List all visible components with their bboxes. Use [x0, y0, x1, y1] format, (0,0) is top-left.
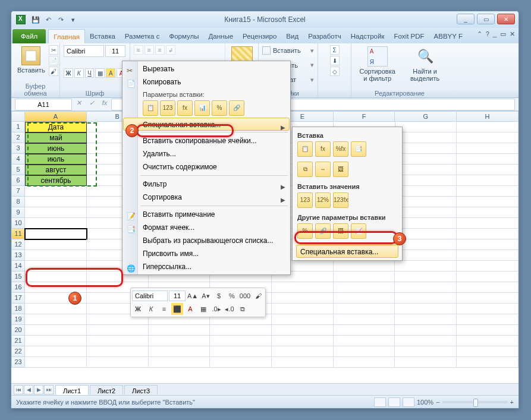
- cell[interactable]: [457, 229, 519, 239]
- cell[interactable]: [395, 186, 457, 197]
- mini-grow-font[interactable]: A▲: [187, 290, 199, 302]
- cell[interactable]: [457, 154, 519, 165]
- insert-cells-button[interactable]: Вставить▾: [262, 45, 314, 56]
- mini-font-color[interactable]: A: [184, 303, 196, 315]
- row-header[interactable]: 15: [11, 271, 25, 282]
- ctx-comment[interactable]: 📝Вставить примечание: [124, 208, 289, 221]
- cell[interactable]: [87, 336, 149, 346]
- cell[interactable]: [334, 314, 395, 325]
- row-header[interactable]: 23: [11, 357, 25, 368]
- cell[interactable]: [272, 293, 334, 304]
- cell[interactable]: [395, 175, 457, 186]
- sheet-nav-first[interactable]: ⏮: [14, 385, 23, 394]
- tab-data[interactable]: Данные: [204, 29, 238, 43]
- cell[interactable]: [25, 207, 87, 218]
- cell[interactable]: [25, 282, 87, 293]
- mini-italic[interactable]: К: [145, 303, 157, 315]
- paste-opt-formulas[interactable]: fx: [177, 100, 193, 116]
- view-normal-button[interactable]: [374, 397, 386, 407]
- cell[interactable]: [395, 207, 457, 218]
- sub-paste-formulas[interactable]: fx: [315, 141, 331, 157]
- cell[interactable]: [272, 282, 334, 293]
- mini-currency[interactable]: $: [213, 290, 225, 302]
- column-header[interactable]: F: [334, 111, 395, 122]
- cell[interactable]: [457, 122, 519, 132]
- cell[interactable]: [210, 336, 272, 346]
- cell[interactable]: [395, 261, 457, 271]
- fill-button[interactable]: ⬇: [330, 56, 340, 65]
- sub-paste-formulas-fmt[interactable]: %fx: [333, 141, 348, 157]
- ribbon-minimize-icon[interactable]: ⌃: [477, 30, 482, 38]
- cell[interactable]: [457, 325, 519, 336]
- cell[interactable]: май: [25, 132, 87, 143]
- tab-view[interactable]: Вид: [281, 29, 303, 43]
- mini-percent[interactable]: %: [226, 290, 238, 302]
- ctx-define-name[interactable]: Присвоить имя...: [124, 247, 289, 260]
- ctx-clear[interactable]: Очистить содержимое: [124, 160, 289, 173]
- sub-other-picture[interactable]: 🖼: [333, 223, 348, 239]
- italic-button[interactable]: К: [74, 68, 84, 78]
- align-top-button[interactable]: ≡: [134, 45, 143, 55]
- cell[interactable]: [395, 250, 457, 261]
- cell[interactable]: июль: [25, 154, 87, 165]
- row-header[interactable]: 5: [11, 165, 25, 175]
- minimize-button[interactable]: _: [457, 14, 475, 24]
- clear-button[interactable]: ◇: [330, 67, 340, 76]
- align-mid-button[interactable]: ≡: [144, 45, 154, 55]
- sheet-tab-2[interactable]: Лист2: [90, 385, 123, 396]
- border-button[interactable]: ▦: [95, 68, 105, 78]
- sub-other-formatting[interactable]: %: [297, 223, 313, 239]
- cell[interactable]: [395, 154, 457, 165]
- fill-color-button[interactable]: A: [106, 68, 115, 78]
- cell[interactable]: [25, 271, 87, 282]
- copy-button[interactable]: 📄: [49, 56, 58, 65]
- column-header[interactable]: G: [395, 111, 457, 122]
- cancel-entry-button[interactable]: ✕: [73, 99, 84, 110]
- tab-insert[interactable]: Вставка: [85, 29, 120, 43]
- cell[interactable]: [457, 197, 519, 207]
- cell[interactable]: [334, 282, 395, 293]
- row-header[interactable]: 11: [11, 229, 25, 239]
- row-header[interactable]: 10: [11, 218, 25, 229]
- underline-button[interactable]: Ч: [85, 68, 95, 78]
- maximize-button[interactable]: ▭: [477, 14, 495, 24]
- cell[interactable]: [457, 218, 519, 229]
- tab-file[interactable]: Файл: [12, 29, 46, 43]
- cell[interactable]: [334, 304, 395, 314]
- cell[interactable]: [395, 357, 457, 368]
- paste-opt-link[interactable]: 🔗: [229, 100, 244, 116]
- cell[interactable]: [457, 346, 519, 357]
- help-button[interactable]: ?: [486, 30, 489, 38]
- cell[interactable]: [25, 197, 87, 207]
- cell[interactable]: [149, 336, 210, 346]
- tab-formulas[interactable]: Формулы: [164, 29, 203, 43]
- row-header[interactable]: 19: [11, 314, 25, 325]
- view-break-button[interactable]: [403, 397, 414, 407]
- cut-button[interactable]: ✂: [49, 45, 58, 55]
- cell[interactable]: сентябрь: [25, 175, 87, 186]
- ctx-format-cells[interactable]: 📑Формат ячеек...: [124, 221, 289, 234]
- name-box[interactable]: A11: [15, 99, 72, 110]
- tab-developer[interactable]: Разработч: [303, 29, 346, 43]
- sub-paste-all[interactable]: 📋: [297, 141, 313, 157]
- cell[interactable]: [457, 143, 519, 154]
- cell[interactable]: [457, 132, 519, 143]
- zoom-out-button[interactable]: −: [436, 399, 439, 406]
- cell[interactable]: [210, 346, 272, 357]
- row-header[interactable]: 18: [11, 304, 25, 314]
- mini-shrink-font[interactable]: A▾: [200, 290, 212, 302]
- ctx-delete[interactable]: Удалить...: [124, 147, 289, 160]
- ctx-sort[interactable]: Сортировка▶: [124, 191, 289, 204]
- mini-border[interactable]: ▦: [197, 303, 209, 315]
- tab-foxit[interactable]: Foxit PDF: [389, 29, 429, 43]
- sort-filter-button[interactable]: Сортировка и фильтр: [355, 45, 400, 83]
- paste-button[interactable]: Вставить: [15, 45, 48, 76]
- cell[interactable]: [25, 325, 87, 336]
- cell[interactable]: [87, 325, 149, 336]
- cell[interactable]: [395, 282, 457, 293]
- cell[interactable]: [457, 282, 519, 293]
- qat-undo-button[interactable]: ↶: [43, 14, 54, 25]
- row-header[interactable]: 3: [11, 143, 25, 154]
- cell[interactable]: [25, 261, 87, 271]
- mini-fill-color[interactable]: ⬛: [171, 303, 183, 315]
